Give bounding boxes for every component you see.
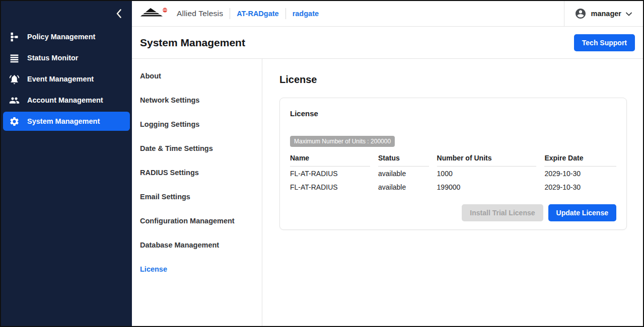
table-row: FL-AT-RADIUS available 1000 2029-10-30 [290,167,616,180]
topbar: Allied Telesis AT-RADgate radgate manage… [132,1,643,27]
sidebar-item-policy-management[interactable]: Policy Management [3,26,130,47]
table-header-row: Name Status Number of Units Expire Date [290,154,616,167]
update-license-button[interactable]: Update License [548,204,616,221]
cell-expire: 2029-10-30 [544,180,616,194]
sidebar-item-system-management[interactable]: System Management [3,112,130,131]
sidebar-item-status-monitor[interactable]: Status Monitor [3,47,130,68]
table-row: FL-AT-RADIUS available 199000 2029-10-30 [290,180,616,194]
cell-status: available [378,180,437,194]
sidebar-item-label: Event Management [27,75,94,83]
cell-units: 1000 [437,167,545,180]
tech-support-button[interactable]: Tech Support [574,34,635,51]
app-window: Policy Management Status Monitor Event M… [0,0,644,327]
cell-status: available [378,167,437,180]
license-card: License Maximum Number of Units : 200000… [279,98,627,230]
section-heading: License [279,74,627,86]
brand-name: Allied Telesis [177,9,223,18]
breadcrumb-product-link[interactable]: AT-RADgate [237,10,279,18]
subnav-item-radius-settings[interactable]: RADIUS Settings [132,160,262,185]
cell-name: FL-AT-RADIUS [290,180,378,194]
sidebar-item-event-management[interactable]: Event Management [3,68,130,90]
page-title: System Management [140,37,245,49]
sidebar-item-label: Policy Management [27,33,95,41]
column-header-name: Name [290,154,378,167]
subnav-item-email-settings[interactable]: Email Settings [132,185,262,209]
max-units-badge: Maximum Number of Units : 200000 [290,136,395,147]
chevron-down-icon [626,9,632,18]
column-header-expire: Expire Date [544,154,616,167]
subnav-item-configuration-management[interactable]: Configuration Management [132,209,262,233]
policy-icon [9,32,20,42]
subnav-item-about[interactable]: About [132,64,262,88]
sidebar-item-account-management[interactable]: Account Management [3,90,130,111]
subnav-item-date-time-settings[interactable]: Date & Time Settings [132,136,262,160]
cell-units: 199000 [437,180,545,194]
sidebar-item-label: Status Monitor [27,54,79,62]
user-avatar-icon [575,8,587,20]
user-name: manager [591,10,621,18]
divider [285,8,286,19]
subnav: About Network Settings Logging Settings … [132,59,262,326]
cell-name: FL-AT-RADIUS [290,167,378,180]
titlebar: System Management Tech Support [132,27,643,59]
subnav-item-database-management[interactable]: Database Management [132,233,262,257]
breadcrumb-host-link[interactable]: radgate [293,10,319,18]
allied-telesis-logo-icon [140,6,172,21]
subnav-item-network-settings[interactable]: Network Settings [132,88,262,112]
divider [230,8,230,19]
card-actions: Install Trial License Update License [290,204,616,221]
subnav-item-logging-settings[interactable]: Logging Settings [132,112,262,136]
sidebar-item-label: Account Management [27,96,103,104]
subnav-item-license[interactable]: License [132,257,262,281]
main-panel: License License Maximum Number of Units … [262,59,643,326]
license-table: Name Status Number of Units Expire Date … [290,154,616,194]
user-menu[interactable]: manager [564,1,643,26]
sidebar-collapse-button[interactable] [114,9,124,20]
cell-expire: 2029-10-30 [544,167,616,180]
sidebar-item-label: System Management [27,117,100,125]
column-header-units: Number of Units [437,154,545,167]
sidebar: Policy Management Status Monitor Event M… [1,1,132,326]
column-header-status: Status [378,154,437,167]
chevron-left-icon [116,9,122,20]
install-trial-license-button[interactable]: Install Trial License [462,204,543,221]
content-area: About Network Settings Logging Settings … [132,59,643,326]
system-icon [9,116,20,127]
card-title: License [290,109,616,118]
status-icon [9,53,20,63]
brand: Allied Telesis [140,6,223,21]
event-icon [9,74,20,85]
sidebar-menu: Policy Management Status Monitor Event M… [1,1,132,131]
main-column: Allied Telesis AT-RADgate radgate manage… [132,1,643,326]
account-icon [9,95,20,106]
